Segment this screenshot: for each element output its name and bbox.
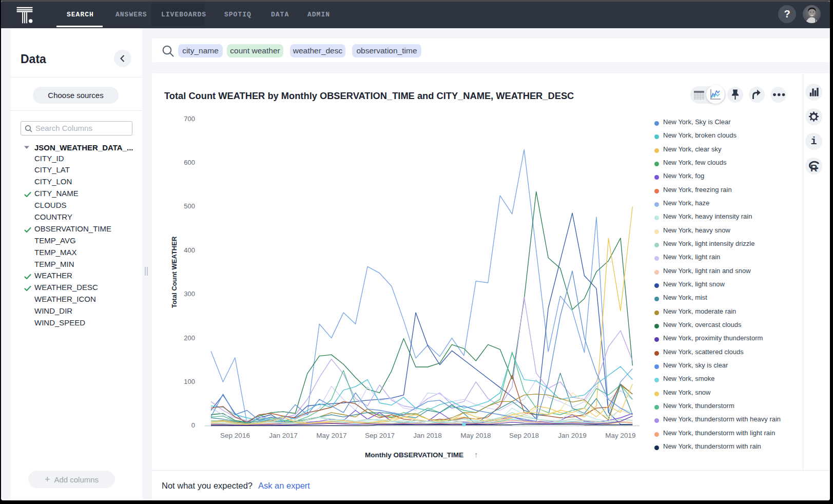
svg-text:R: R <box>810 163 817 173</box>
